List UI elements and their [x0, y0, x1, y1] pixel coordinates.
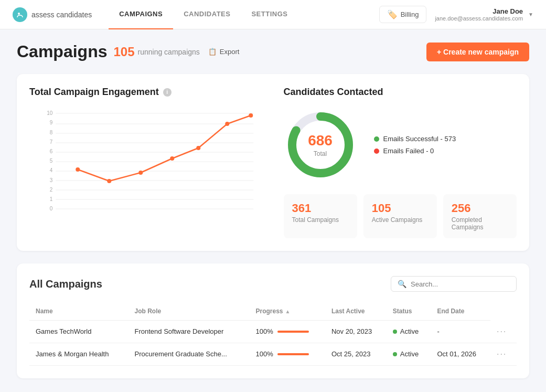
svg-point-24 — [76, 167, 80, 172]
candidates-section: Candidates Contacted 686 Tota — [284, 87, 517, 238]
failed-dot — [374, 149, 379, 154]
svg-point-1 — [18, 13, 20, 15]
row-name: James & Morgan Health — [29, 343, 128, 365]
nav-settings[interactable]: SETTINGS — [241, 0, 298, 29]
user-email: jane.doe@assess.candidates.com — [435, 15, 523, 22]
stat-active: 105 Active Campaigns — [363, 194, 437, 238]
col-name: Name — [29, 302, 128, 321]
search-input[interactable] — [411, 280, 510, 288]
row-progress: 100% — [249, 343, 325, 365]
user-menu[interactable]: Jane Doe jane.doe@assess.candidates.com … — [435, 7, 533, 22]
create-campaign-button[interactable]: + Create new campaign — [426, 43, 529, 61]
row-last-active: Nov 20, 2023 — [325, 321, 387, 343]
row-status: Active — [387, 343, 431, 365]
svg-text:2: 2 — [50, 187, 53, 193]
table-head: Name Job Role Progress ▲ Last Active Sta… — [29, 302, 517, 321]
all-campaigns-title: All Campaigns — [29, 278, 102, 290]
nav-campaigns[interactable]: CAMPAIGNS — [109, 0, 173, 29]
svg-text:10: 10 — [47, 110, 53, 116]
header-right: 🏷️ Billing Jane Doe jane.doe@assess.cand… — [379, 6, 533, 23]
stat-completed: 256 Completed Campaigns — [443, 194, 517, 238]
svg-text:4: 4 — [50, 167, 53, 173]
logo-text: assess candidates — [31, 10, 92, 19]
row-job-role: Frontend Software Developer — [128, 321, 249, 343]
header: assess candidates CAMPAIGNS CANDIDATES S… — [0, 0, 546, 29]
billing-icon: 🏷️ — [387, 9, 398, 19]
campaigns-header: All Campaigns 🔍 — [29, 276, 517, 292]
table-header-row: Name Job Role Progress ▲ Last Active Sta… — [29, 302, 517, 321]
successful-dot — [374, 136, 379, 142]
row-end-date: - — [431, 321, 490, 343]
engagement-card: Total Campaign Engagement i 0 1 2 3 4 5 … — [17, 74, 529, 251]
table-row: Games TechWorld Frontend Software Develo… — [29, 321, 517, 343]
col-last-active: Last Active — [325, 302, 387, 321]
donut-total-number: 686 — [308, 132, 333, 149]
billing-button[interactable]: 🏷️ Billing — [379, 6, 427, 23]
status-dot — [393, 330, 397, 334]
donut-row: 686 Total Emails Successful - 573 Emails… — [284, 108, 517, 182]
search-icon: 🔍 — [398, 280, 406, 288]
svg-point-25 — [107, 179, 111, 183]
table-body: Games TechWorld Frontend Software Develo… — [29, 321, 517, 366]
donut-center: 686 Total — [308, 132, 333, 157]
more-menu-button[interactable]: ··· — [497, 349, 507, 358]
export-button[interactable]: 📋 Export — [208, 48, 240, 56]
search-box[interactable]: 🔍 — [391, 276, 517, 292]
svg-text:1: 1 — [50, 196, 53, 202]
svg-text:3: 3 — [50, 177, 53, 183]
row-last-active: Oct 25, 2023 — [325, 343, 387, 365]
svg-point-27 — [170, 156, 174, 161]
total-campaigns-number: 361 — [292, 202, 349, 215]
export-icon: 📋 — [208, 48, 217, 56]
svg-point-29 — [225, 122, 229, 126]
svg-point-28 — [196, 146, 200, 150]
running-count: 105 — [113, 45, 134, 59]
donut-chart: 686 Total — [284, 108, 357, 182]
line-chart-svg: 0 1 2 3 4 5 6 7 8 9 10 — [29, 108, 263, 213]
page-title: Campaigns — [17, 42, 107, 61]
billing-label: Billing — [401, 10, 419, 18]
running-label: running campaigns — [138, 48, 200, 56]
line-chart-area: 0 1 2 3 4 5 6 7 8 9 10 — [29, 108, 263, 213]
campaigns-table: Name Job Role Progress ▲ Last Active Sta… — [29, 302, 517, 366]
row-more[interactable]: ··· — [490, 321, 517, 343]
total-campaigns-label: Total Campaigns — [292, 216, 349, 224]
svg-text:5: 5 — [50, 158, 53, 164]
legend-successful: Emails Successful - 573 — [374, 135, 456, 143]
row-name: Games TechWorld — [29, 321, 128, 343]
progress-bar-fill — [277, 331, 309, 333]
progress-bar-fill — [277, 353, 309, 355]
logo: assess candidates — [13, 7, 92, 22]
main-content: Campaigns 105 running campaigns 📋 Export… — [0, 29, 546, 392]
more-menu-button[interactable]: ··· — [497, 327, 507, 336]
logo-icon — [13, 7, 27, 22]
nav-candidates[interactable]: CANDIDATES — [173, 0, 241, 29]
svg-text:0: 0 — [50, 206, 53, 211]
main-nav: CAMPAIGNS CANDIDATES SETTINGS — [109, 0, 298, 29]
user-name: Jane Doe — [435, 7, 523, 15]
engagement-title: Total Campaign Engagement i — [29, 87, 263, 98]
row-job-role: Procurement Graduate Sche... — [128, 343, 249, 365]
col-status: Status — [387, 302, 431, 321]
status-dot — [393, 352, 397, 356]
svg-text:7: 7 — [50, 139, 53, 145]
sort-icon: ▲ — [285, 309, 291, 314]
svg-point-30 — [249, 113, 253, 118]
row-status: Active — [387, 321, 431, 343]
user-details: Jane Doe jane.doe@assess.candidates.com — [435, 7, 523, 22]
row-end-date: Oct 01, 2026 — [431, 343, 490, 365]
info-icon: i — [163, 88, 172, 97]
failed-label: Emails Failed - 0 — [383, 147, 434, 155]
active-campaigns-number: 105 — [372, 202, 429, 215]
all-campaigns-card: All Campaigns 🔍 Name Job Role Progress ▲ — [17, 263, 529, 378]
engagement-grid: Total Campaign Engagement i 0 1 2 3 4 5 … — [29, 87, 517, 238]
chart-legend: Emails Successful - 573 Emails Failed - … — [374, 135, 456, 155]
row-progress: 100% — [249, 321, 325, 343]
successful-label: Emails Successful - 573 — [383, 135, 456, 143]
row-more[interactable]: ··· — [490, 343, 517, 365]
active-campaigns-label: Active Campaigns — [372, 216, 429, 224]
progress-bar-bg — [277, 353, 309, 355]
legend-failed: Emails Failed - 0 — [374, 147, 456, 155]
progress-bar-bg — [277, 331, 309, 333]
page-header: Campaigns 105 running campaigns 📋 Export… — [17, 42, 529, 61]
